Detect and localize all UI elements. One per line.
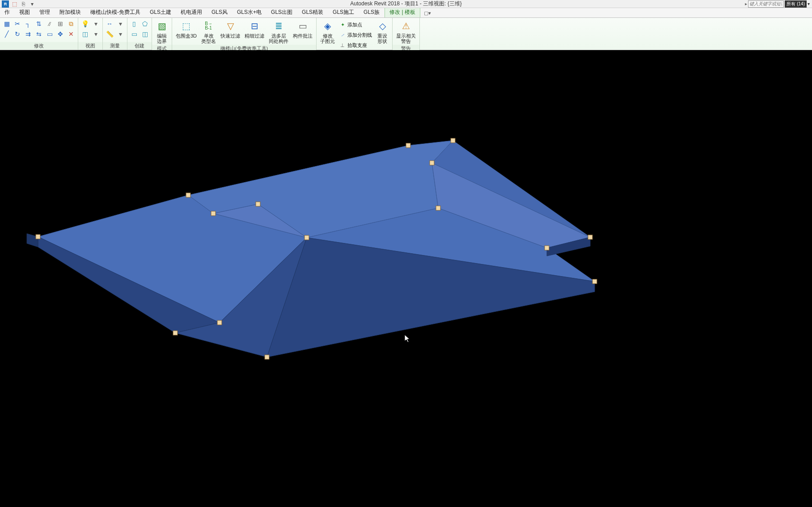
edit-boundary-button[interactable]: ▧ 编辑 边界 bbox=[154, 19, 170, 45]
vertex-handle[interactable] bbox=[265, 355, 269, 359]
quick-filter-button[interactable]: ▽ 快速过滤 bbox=[219, 19, 242, 39]
add-split-button[interactable]: ⟋ 添加分割线 bbox=[338, 30, 373, 40]
tab-gls-construction[interactable]: GLS施工 bbox=[328, 7, 359, 17]
rename-type-label: 单改 类型名 bbox=[201, 33, 216, 44]
vertex-handle[interactable] bbox=[588, 235, 592, 239]
reset-shape-icon: ◇ bbox=[376, 20, 389, 32]
pick-support-label: 拾取支座 bbox=[347, 42, 367, 49]
vertex-handle[interactable] bbox=[304, 235, 309, 240]
view-cube-icon[interactable]: ◫ bbox=[80, 29, 90, 39]
view-dropdown2-icon[interactable]: ▾ bbox=[91, 29, 101, 39]
vertex-handle[interactable] bbox=[36, 234, 40, 239]
rename-type-icon: B→B-1 bbox=[203, 20, 215, 32]
ribbon-group-measure: ↔ 📏 ▾ ▾ 测量 bbox=[103, 18, 127, 50]
qat-dropdown-icon[interactable]: ▾ bbox=[29, 0, 36, 8]
fine-filter-label: 精细过滤 bbox=[245, 33, 264, 38]
vertex-handle[interactable] bbox=[256, 202, 260, 206]
tab-manage[interactable]: 管理 bbox=[35, 7, 55, 17]
show-warning-label: 显示相关 警告 bbox=[396, 33, 416, 44]
tool-delete-icon[interactable]: ✕ bbox=[66, 29, 76, 39]
tool-offset-icon[interactable]: ⇉ bbox=[23, 29, 33, 39]
tab-overflow-icon[interactable]: ▢▾ bbox=[420, 9, 435, 17]
tab-gls-family[interactable]: GLS族 bbox=[359, 7, 385, 17]
vertex-handle[interactable] bbox=[211, 211, 216, 216]
vertex-handle[interactable] bbox=[545, 246, 549, 250]
add-split-label: 添加分割线 bbox=[347, 32, 372, 38]
tool-mirror1-icon[interactable]: ⇅ bbox=[34, 19, 44, 29]
view-dropdown1-icon[interactable]: ▾ bbox=[91, 19, 101, 29]
tab-modify-floor[interactable]: 修改 | 楼板 bbox=[385, 7, 420, 17]
ribbon-group-mode: ▧ 编辑 边界 模式 bbox=[152, 18, 172, 50]
tool-cut-icon[interactable]: ✂ bbox=[13, 19, 22, 29]
tab-gls-civil[interactable]: GLS土建 bbox=[145, 7, 176, 17]
vertex-handle[interactable] bbox=[406, 143, 410, 148]
edit-sub-button[interactable]: ◈ 修改 子图元 bbox=[318, 19, 337, 45]
tab-gls-drawing[interactable]: GLS出图 bbox=[266, 7, 297, 17]
ribbon-group-label-measure: 测量 bbox=[103, 42, 127, 50]
bbox3d-button[interactable]: ⬚ 包围盒3D bbox=[174, 19, 199, 39]
tool-copy-icon[interactable]: ⧉ bbox=[66, 19, 76, 29]
show-warning-button[interactable]: ⚠ 显示相关 警告 bbox=[394, 19, 418, 45]
reset-shape-label: 重设 形状 bbox=[377, 33, 387, 44]
tool-rotate-icon[interactable]: ↻ bbox=[13, 29, 22, 39]
vertex-handle[interactable] bbox=[217, 320, 222, 325]
filter-dropdown-icon[interactable]: ▾ bbox=[808, 1, 812, 6]
vertex-handle[interactable] bbox=[430, 161, 434, 165]
view-bulb-icon[interactable]: 💡 bbox=[80, 19, 90, 29]
tab-ganlanshan[interactable]: 橄榄山快模-免费工具 bbox=[86, 7, 145, 17]
create-roof-icon[interactable]: ⬠ bbox=[140, 19, 150, 29]
qat-icon-1[interactable]: ⬚ bbox=[11, 0, 18, 8]
add-point-icon: ✦ bbox=[339, 21, 346, 28]
ribbon-group-shape-edit: ◈ 修改 子图元 ✦ 添加点 ⟋ 添加分割线 ⊥ 拾取支座 ◇ 重设 bbox=[317, 18, 393, 50]
reset-shape-button[interactable]: ◇ 重设 形状 bbox=[374, 19, 390, 45]
search-arrow-icon: ▸ bbox=[745, 1, 747, 6]
tool-array-icon[interactable]: ▭ bbox=[45, 29, 55, 39]
create-wall-icon[interactable]: ▯ bbox=[129, 19, 139, 29]
rename-type-button[interactable]: B→B-1 单改 类型名 bbox=[199, 19, 218, 45]
measure-d1-icon[interactable]: ▾ bbox=[115, 19, 125, 29]
qat-icon-2[interactable]: ⎘ bbox=[20, 0, 27, 8]
annotate-button[interactable]: ▭ 构件批注 bbox=[291, 19, 314, 39]
filter-badge[interactable]: 所有 (14) bbox=[785, 0, 807, 8]
tab-gls-plumbing[interactable]: GLS水+电 bbox=[233, 7, 266, 17]
tool-hatch-icon[interactable]: ▦ bbox=[2, 19, 12, 29]
tab-gls-hvac[interactable]: GLS风 bbox=[207, 7, 233, 17]
tool-mirror2-icon[interactable]: ⇆ bbox=[34, 29, 44, 39]
tool-line1-icon[interactable]: ╱ bbox=[2, 29, 12, 39]
fine-filter-icon: ⊟ bbox=[248, 20, 261, 32]
revit-logo-icon[interactable]: R bbox=[2, 0, 9, 8]
tab-addins[interactable]: 附加模块 bbox=[55, 7, 86, 17]
ribbon-group-ganlanshan: ⬚ 包围盒3D B→B-1 单改 类型名 ▽ 快速过滤 ⊟ 精细过滤 ≣ 选多层… bbox=[172, 18, 317, 50]
measure-tape-icon[interactable]: 📏 bbox=[105, 29, 114, 39]
edit-boundary-icon: ▧ bbox=[156, 20, 168, 32]
titlebar-left: R ⬚ ⎘ ▾ bbox=[0, 0, 36, 8]
tab-mep-common[interactable]: 机电通用 bbox=[176, 7, 207, 17]
tab-gls-decor[interactable]: GLS精装 bbox=[297, 7, 328, 17]
3d-viewport[interactable] bbox=[0, 50, 812, 507]
edit-boundary-label: 编辑 边界 bbox=[157, 33, 167, 44]
fine-filter-button[interactable]: ⊟ 精细过滤 bbox=[243, 19, 266, 39]
measure-dim-icon[interactable]: ↔ bbox=[105, 19, 114, 29]
vertex-handle[interactable] bbox=[451, 138, 455, 143]
vertex-handle[interactable] bbox=[436, 206, 440, 210]
search-input[interactable] bbox=[748, 0, 784, 8]
create-floor-icon[interactable]: ▭ bbox=[129, 29, 139, 39]
add-point-button[interactable]: ✦ 添加点 bbox=[338, 20, 373, 30]
window-title: Autodesk Revit 2018 - 项目1 - 三维视图: {三维} bbox=[350, 0, 461, 8]
ribbon-tabbar: 作 视图 管理 附加模块 橄榄山快模-免费工具 GLS土建 机电通用 GLS风 … bbox=[0, 8, 812, 18]
create-comp-icon[interactable]: ◫ bbox=[140, 29, 150, 39]
edit-sub-label: 修改 子图元 bbox=[320, 33, 335, 44]
pick-support-button[interactable]: ⊥ 拾取支座 bbox=[338, 40, 373, 50]
vertex-handle[interactable] bbox=[173, 331, 178, 335]
tool-grid-icon[interactable]: ⊞ bbox=[55, 19, 65, 29]
measure-d2-icon[interactable]: ▾ bbox=[115, 29, 125, 39]
tool-move-icon[interactable]: ✥ bbox=[55, 29, 65, 39]
tool-corner-icon[interactable]: ┐ bbox=[23, 19, 33, 29]
tab-view[interactable]: 视图 bbox=[15, 7, 35, 17]
vertex-handle[interactable] bbox=[186, 193, 190, 197]
tab-create[interactable]: 作 bbox=[0, 7, 15, 17]
multi-layer-button[interactable]: ≣ 选多层 同处构件 bbox=[267, 19, 290, 45]
tool-align-icon[interactable]: ⫽ bbox=[45, 19, 55, 29]
annotate-label: 构件批注 bbox=[293, 33, 313, 38]
vertex-handle[interactable] bbox=[592, 279, 597, 284]
